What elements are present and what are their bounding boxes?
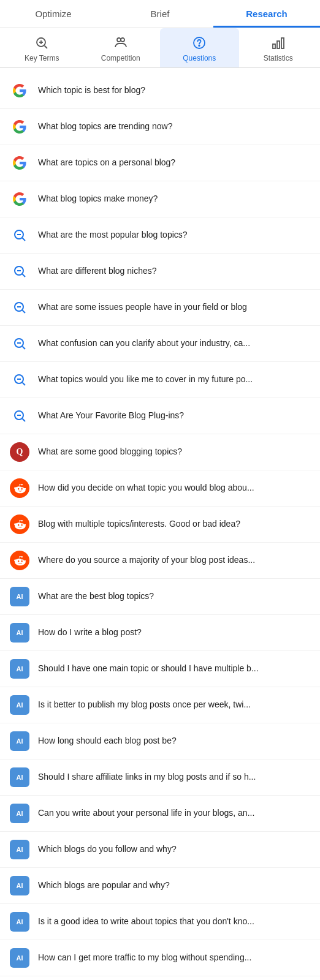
list-item[interactable]: How did you decide on what topic you wou… — [0, 470, 320, 507]
svg-line-18 — [23, 311, 26, 314]
source-icon — [10, 551, 29, 570]
list-item[interactable]: What blog topics are trending now? — [0, 109, 320, 145]
svg-line-21 — [23, 347, 26, 350]
questions-icon — [191, 34, 208, 51]
question-text: What blog topics make money? — [38, 193, 313, 205]
source-icon — [10, 370, 29, 390]
tab-questions[interactable]: Questions — [160, 28, 239, 67]
svg-rect-8 — [273, 44, 275, 48]
list-item[interactable]: Which topic is best for blog? — [0, 73, 320, 109]
source-icon: AI — [10, 912, 29, 932]
svg-line-27 — [23, 419, 26, 422]
question-text: Where do you source a majority of your b… — [38, 554, 313, 567]
svg-line-24 — [23, 383, 26, 386]
tab-questions-label: Questions — [183, 54, 216, 62]
list-item[interactable]: AIWhich blogs do you follow and why? — [0, 832, 320, 868]
svg-rect-10 — [281, 38, 284, 48]
tab-brief[interactable]: Brief — [107, 0, 213, 28]
source-icon: AI — [10, 876, 29, 895]
source-icon: AI — [10, 731, 29, 751]
list-item[interactable]: What blog topics make money? — [0, 181, 320, 217]
svg-line-1 — [45, 46, 48, 49]
competition-icon — [112, 34, 129, 51]
question-text: Which blogs are popular and why? — [38, 880, 313, 892]
list-item[interactable]: What are different blog niches? — [0, 254, 320, 290]
list-item[interactable]: Where do you source a majority of your b… — [0, 543, 320, 579]
tab-key-terms[interactable]: Key Terms — [2, 28, 82, 67]
list-item[interactable]: AIHow do I write a blog post? — [0, 615, 320, 651]
questions-list: Which topic is best for blog? What blog … — [0, 68, 320, 976]
question-text: What are some issues people have in your… — [38, 301, 313, 314]
key-terms-icon — [33, 34, 50, 51]
source-icon — [10, 117, 29, 137]
svg-point-7 — [199, 45, 200, 47]
source-icon: AI — [10, 767, 29, 787]
list-item[interactable]: QWhat are some good blogging topics? — [0, 434, 320, 470]
question-text: Which topic is best for blog? — [38, 85, 313, 97]
list-item[interactable]: AICan you write about your personal life… — [0, 796, 320, 832]
question-text: Can you write about your personal life i… — [38, 807, 313, 820]
list-item[interactable]: AIShould I have one main topic or should… — [0, 651, 320, 687]
source-icon: AI — [10, 623, 29, 643]
question-text: Should I have one main topic or should I… — [38, 663, 313, 675]
source-icon — [10, 334, 29, 353]
source-icon — [10, 225, 29, 245]
source-icon — [10, 262, 29, 281]
list-item[interactable]: AIWhat are the best blog topics? — [0, 579, 320, 615]
tab-competition[interactable]: Competition — [82, 28, 161, 67]
statistics-icon — [270, 34, 287, 51]
source-icon — [10, 478, 29, 498]
question-text: How do I write a blog post? — [38, 627, 313, 639]
svg-point-5 — [121, 38, 124, 42]
question-text: Is it a good idea to write about topics … — [38, 916, 313, 928]
question-text: What blog topics are trending now? — [38, 121, 313, 133]
tab-statistics[interactable]: Statistics — [239, 28, 318, 67]
question-text: Is it better to publish my blog posts on… — [38, 699, 313, 711]
list-item[interactable]: What topics would you like me to cover i… — [0, 362, 320, 398]
question-text: What are some good blogging topics? — [38, 446, 313, 458]
svg-rect-9 — [277, 41, 280, 48]
source-icon: AI — [10, 948, 29, 968]
svg-line-12 — [23, 238, 26, 241]
source-icon — [10, 189, 29, 209]
list-item[interactable]: What confusion can you clarify about you… — [0, 326, 320, 362]
source-icon: AI — [10, 695, 29, 715]
list-item[interactable]: What are topics on a personal blog? — [0, 145, 320, 181]
svg-line-15 — [23, 274, 26, 277]
question-text: Should I share affiliate links in my blo… — [38, 771, 313, 783]
list-item[interactable]: What are some issues people have in your… — [0, 290, 320, 326]
question-text: What confusion can you clarify about you… — [38, 337, 313, 350]
question-text: Which blogs do you follow and why? — [38, 843, 313, 856]
source-icon: AI — [10, 587, 29, 606]
question-text: Blog with multiple topics/interests. Goo… — [38, 518, 313, 530]
tab-key-terms-label: Key Terms — [25, 54, 59, 62]
list-item[interactable]: Blog with multiple topics/interests. Goo… — [0, 507, 320, 543]
question-text: What topics would you like me to cover i… — [38, 374, 313, 386]
tab-competition-label: Competition — [101, 54, 140, 62]
source-icon — [10, 153, 29, 173]
top-tabs: Optimize Brief Research — [0, 0, 320, 28]
sub-tabs: Key Terms Competition Questions — [0, 28, 320, 68]
source-icon: AI — [10, 804, 29, 823]
list-item[interactable]: AIHow long should each blog post be? — [0, 723, 320, 760]
question-text: What are different blog niches? — [38, 265, 313, 277]
source-icon — [10, 81, 29, 100]
question-text: What are the most popular blog topics? — [38, 229, 313, 241]
list-item[interactable]: What are the most popular blog topics? — [0, 217, 320, 254]
question-text: What are the best blog topics? — [38, 590, 313, 603]
tab-optimize[interactable]: Optimize — [0, 0, 107, 28]
question-text: How did you decide on what topic you wou… — [38, 482, 313, 494]
list-item[interactable]: AIHow can I get more traffic to my blog … — [0, 940, 320, 976]
list-item[interactable]: AIShould I share affiliate links in my b… — [0, 760, 320, 796]
source-icon: Q — [10, 442, 29, 462]
list-item[interactable]: AIWhich blogs are popular and why? — [0, 868, 320, 904]
list-item[interactable]: AIIs it a good idea to write about topic… — [0, 904, 320, 940]
tab-research[interactable]: Research — [213, 0, 320, 28]
list-item[interactable]: What Are Your Favorite Blog Plug-ins? — [0, 398, 320, 434]
list-item[interactable]: AIIs it better to publish my blog posts … — [0, 687, 320, 723]
question-text: How can I get more traffic to my blog wi… — [38, 952, 313, 964]
question-text: What are topics on a personal blog? — [38, 157, 313, 169]
source-icon — [10, 298, 29, 317]
question-text: How long should each blog post be? — [38, 735, 313, 747]
tab-statistics-label: Statistics — [264, 54, 293, 62]
